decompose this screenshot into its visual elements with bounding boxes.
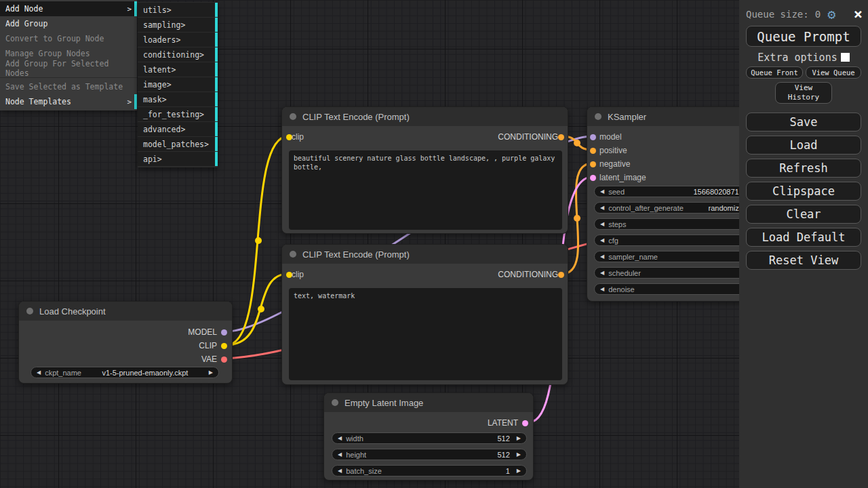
decrement-arrow-icon[interactable]: ◀ — [338, 432, 342, 444]
next-option-arrow-icon[interactable]: ▶ — [209, 367, 213, 378]
submenu-arrow-icon: > — [157, 155, 162, 164]
collapse-dot-icon[interactable] — [332, 399, 338, 406]
clipspace-button[interactable]: Clipspace — [746, 182, 861, 201]
menu-item-node-templates[interactable]: Node Templates > — [0, 94, 137, 109]
output-port-latent[interactable] — [522, 420, 528, 426]
increment-arrow-icon[interactable]: ▶ — [517, 449, 521, 460]
queue-prompt-button[interactable]: Queue Prompt — [746, 26, 861, 47]
widget-steps[interactable]: ◀ steps ▶ — [594, 218, 760, 230]
output-port-vae[interactable] — [221, 357, 227, 363]
submenu-arrow-icon: > — [127, 5, 132, 14]
reset-view-button[interactable]: Reset View — [746, 251, 861, 270]
submenu-arrow-icon: > — [127, 98, 132, 106]
widget-denoise[interactable]: ◀ denoise ▶ — [594, 283, 760, 295]
load-default-button[interactable]: Load Default — [746, 228, 861, 247]
node-title: KSampler — [608, 112, 646, 122]
submenu-accent-bar — [134, 94, 137, 109]
widget-seed[interactable]: ◀ seed 156680208717 ▶ — [594, 186, 760, 197]
widget-width[interactable]: ◀ width 512 ▶ — [332, 432, 527, 444]
wire-dot-clip-2 — [258, 306, 264, 312]
output-label: VAE — [201, 354, 217, 364]
submenu-accent-bar — [215, 77, 218, 92]
node-clip-text-encode-negative[interactable]: CLIP Text Encode (Prompt) clip CONDITION… — [281, 244, 568, 385]
decrement-arrow-icon[interactable]: ◀ — [338, 465, 342, 476]
submenu-item-image[interactable]: image> — [138, 77, 218, 92]
wire-dot-clip-1 — [255, 237, 262, 244]
save-button[interactable]: Save — [746, 113, 861, 131]
collapse-dot-icon[interactable] — [290, 113, 296, 120]
view-history-button[interactable]: View History — [775, 82, 832, 104]
widget-ckpt-name[interactable]: ◀ ckpt_name v1-5-pruned-emaonly.ckpt ▶ — [31, 367, 219, 378]
submenu-accent-bar — [215, 47, 218, 62]
queue-size-label: Queue size: — [746, 9, 809, 20]
decrement-arrow-icon[interactable]: ◀ — [600, 235, 604, 246]
load-button[interactable]: Load — [746, 136, 861, 155]
decrement-arrow-icon[interactable]: ◀ — [600, 283, 604, 295]
decrement-arrow-icon[interactable]: ◀ — [600, 267, 604, 279]
input-port-negative[interactable] — [590, 161, 596, 167]
view-queue-button[interactable]: View Queue — [806, 66, 861, 79]
settings-gear-icon[interactable]: ⚙ — [827, 7, 835, 21]
submenu-item-sampling[interactable]: sampling> — [138, 18, 218, 32]
clear-button[interactable]: Clear — [746, 205, 861, 224]
widget-sampler-name[interactable]: ◀ sampler_name ▶ — [594, 251, 760, 262]
submenu-item-advanced[interactable]: advanced> — [138, 122, 218, 136]
decrement-arrow-icon[interactable]: ◀ — [600, 202, 604, 214]
submenu-item-latent[interactable]: latent> — [138, 62, 218, 77]
decrement-arrow-icon[interactable]: ◀ — [600, 186, 604, 197]
menu-item-add-group[interactable]: Add Group — [0, 16, 137, 31]
output-port-clip[interactable] — [221, 343, 227, 349]
submenu-accent-bar — [215, 62, 218, 77]
prompt-textarea[interactable]: beautiful scenery nature glass bottle la… — [289, 150, 562, 230]
input-label: model — [599, 132, 622, 142]
node-titlebar[interactable]: CLIP Text Encode (Prompt) — [282, 107, 568, 126]
extra-options-checkbox[interactable] — [841, 53, 850, 62]
refresh-button[interactable]: Refresh — [746, 159, 861, 178]
input-port-model[interactable] — [590, 134, 596, 140]
input-port-latent-image[interactable] — [590, 175, 596, 181]
close-icon[interactable]: × — [854, 7, 863, 21]
submenu-item-for-testing[interactable]: _for_testing> — [138, 107, 218, 121]
decrement-arrow-icon[interactable]: ◀ — [600, 218, 604, 230]
menu-item-save-selected-as-template: Save Selected as Template — [0, 79, 137, 94]
widget-control-after-generate[interactable]: ◀ control_after_generate randomize ▶ — [594, 202, 760, 214]
collapse-dot-icon[interactable] — [595, 113, 601, 120]
queue-front-button[interactable]: Queue Front — [746, 66, 803, 79]
menu-item-add-node[interactable]: Add Node > — [0, 1, 137, 16]
collapse-dot-icon[interactable] — [26, 308, 33, 314]
increment-arrow-icon[interactable]: ▶ — [517, 465, 521, 476]
comfy-menu-panel: Queue size: 0 ⚙ × Queue Prompt Extra opt… — [739, 0, 868, 488]
submenu-accent-bar — [215, 18, 218, 32]
submenu-item-model-patches[interactable]: model_patches> — [138, 137, 218, 151]
submenu-item-mask[interactable]: mask> — [138, 92, 218, 106]
submenu-item-loaders[interactable]: loaders> — [138, 33, 218, 47]
node-titlebar[interactable]: Empty Latent Image — [324, 393, 533, 412]
prompt-textarea[interactable]: text, watermark — [289, 288, 562, 380]
node-empty-latent-image[interactable]: Empty Latent Image LATENT ◀ width 512 ▶ … — [323, 392, 534, 481]
node-titlebar[interactable]: Load Checkpoint — [19, 302, 232, 321]
extra-options-label: Extra options — [757, 52, 837, 64]
submenu-accent-bar — [215, 92, 218, 106]
output-port-conditioning[interactable] — [558, 134, 564, 140]
submenu-item-api[interactable]: api> — [138, 152, 218, 166]
widget-height[interactable]: ◀ height 512 ▶ — [332, 449, 527, 460]
widget-batch-size[interactable]: ◀ batch_size 1 ▶ — [332, 465, 527, 476]
submenu-item-conditioning[interactable]: conditioning> — [138, 47, 218, 62]
decrement-arrow-icon[interactable]: ◀ — [600, 251, 604, 262]
increment-arrow-icon[interactable]: ▶ — [517, 432, 521, 444]
wire-clip-1 — [226, 136, 288, 345]
decrement-arrow-icon[interactable]: ◀ — [338, 449, 342, 460]
output-port-model[interactable] — [221, 329, 227, 336]
widget-scheduler[interactable]: ◀ scheduler ▶ — [594, 267, 760, 279]
collapse-dot-icon[interactable] — [290, 251, 296, 258]
input-port-positive[interactable] — [590, 148, 596, 154]
submenu-arrow-icon: > — [176, 35, 180, 45]
node-titlebar[interactable]: CLIP Text Encode (Prompt) — [282, 245, 568, 264]
output-port-conditioning[interactable] — [558, 272, 564, 278]
node-clip-text-encode-positive[interactable]: CLIP Text Encode (Prompt) clip CONDITION… — [281, 106, 568, 234]
prev-option-arrow-icon[interactable]: ◀ — [37, 367, 41, 378]
node-load-checkpoint[interactable]: Load Checkpoint MODEL CLIP VAE ◀ ckpt_na… — [18, 301, 233, 384]
widget-cfg[interactable]: ◀ cfg ▶ — [594, 235, 760, 246]
add-node-submenu: utils> sampling> loaders> conditioning> … — [138, 2, 218, 167]
submenu-item-utils[interactable]: utils> — [138, 3, 218, 17]
